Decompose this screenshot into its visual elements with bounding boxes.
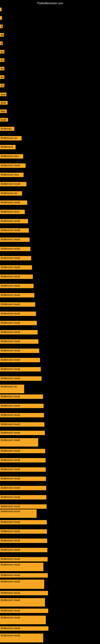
bottleneck-item: Bottleneck result bbox=[0, 616, 46, 624]
bottleneck-item bbox=[0, 16, 2, 20]
site-title: TheBottlenecker.com bbox=[37, 2, 63, 5]
bottleneck-item: Bottleneck result bbox=[0, 274, 33, 279]
bottleneck-item: Bottleneck result bbox=[0, 219, 28, 224]
bottleneck-item: Bottleneck result bbox=[0, 238, 30, 242]
bottleneck-item: Bottleneck result bbox=[0, 394, 43, 399]
bottleneck-item: Bottleneck result bbox=[0, 256, 31, 260]
bottleneck-item: Bottleneck result bbox=[0, 509, 37, 518]
bottleneck-item: Bo bbox=[0, 33, 4, 37]
bottleneck-item: Bottleneck result bbox=[0, 598, 45, 606]
bottleneck-item: Bottleneck result bbox=[0, 557, 48, 562]
bottleneck-item: Bottleneck result bbox=[0, 330, 38, 334]
bottleneck-item: Bottleneck result bbox=[0, 529, 47, 534]
bottleneck-item: Bottleneck result bbox=[0, 563, 43, 571]
bottleneck-item: Bottleneck result bbox=[0, 200, 27, 205]
bottleneck-item: Bo bbox=[0, 50, 4, 54]
bottleneck-item: Bottleneck result bbox=[0, 422, 44, 427]
bottleneck-item: Bottleneck result bbox=[0, 376, 42, 381]
bottleneck-item: Bottleneck result bbox=[0, 608, 48, 613]
bottleneck-item: Bottleneck result bbox=[0, 591, 48, 595]
bottleneck-item: Bottleneck result bbox=[0, 495, 47, 500]
bottleneck-item: Bottleneck resul bbox=[0, 210, 25, 214]
bottleneck-item: Bottleneck result bbox=[0, 626, 49, 631]
bottleneck-item bbox=[0, 8, 1, 11]
bottleneck-item: Bottleneck result bbox=[0, 458, 46, 462]
bottleneck-item: Bo bbox=[0, 75, 4, 79]
bottleneck-item: Bottleneck result bbox=[0, 634, 43, 642]
bottleneck-item: Bottleneck result bbox=[0, 404, 44, 408]
bottleneck-item: Bottleneck result bbox=[0, 467, 46, 472]
bottleneck-item: Bottleneck res bbox=[0, 191, 22, 196]
bottleneck-item: Bottleneck result bbox=[0, 358, 40, 362]
bottleneck-item: Bottleneck resu bbox=[0, 173, 24, 177]
bottleneck-item: Bo bbox=[0, 67, 4, 70]
bottleneck-item: Bottleneck result bbox=[0, 431, 45, 435]
bottleneck-item: Bottleneck result bbox=[0, 247, 30, 251]
bottleneck-item: Bottlenec bbox=[0, 127, 14, 131]
bottleneck-item: Bottleneck result bbox=[0, 438, 38, 446]
bottleneck-item: Bott bbox=[0, 110, 7, 113]
bottleneck-item: Bottleneck bbox=[0, 145, 16, 149]
bottleneck-item: Bottleneck result bbox=[0, 548, 48, 552]
bottleneck-item: Bottleneck result bbox=[0, 339, 38, 344]
bottleneck-item: Bottleneck result bbox=[0, 580, 44, 589]
bottleneck-item: Bottleneck result bbox=[0, 321, 37, 325]
bottleneck-item: Bottleneck result bbox=[0, 573, 48, 578]
bottleneck-item: B bbox=[0, 42, 3, 45]
bottleneck-item: B bbox=[0, 24, 3, 28]
bottleneck-item: Bottleneck result bbox=[0, 293, 34, 298]
bottleneck-item: Bottleneck result bbox=[0, 449, 45, 453]
bottleneck-item: Bottleneck result bbox=[0, 504, 47, 509]
bottleneck-item: Bottleneck result bbox=[0, 302, 35, 307]
bottleneck-item: Bottleneck result bbox=[0, 228, 29, 233]
bottleneck-item: Bottleneck result bbox=[0, 348, 39, 353]
bottleneck-item: Bottleneck result bbox=[0, 284, 34, 288]
bottleneck-item: Bottleneck result bbox=[0, 520, 47, 524]
bottleneck-item: Bottleneck result bbox=[0, 538, 47, 543]
bottleneck-item: Bo bbox=[0, 58, 4, 62]
bottleneck-item: Bottleneck result bbox=[0, 367, 41, 372]
bottleneck-item: Bottl bbox=[0, 118, 8, 122]
bottleneck-item: Bottleneck res bbox=[0, 384, 24, 393]
bottleneck-item: Bottleneck result bbox=[0, 312, 36, 316]
bottleneck-item: Bottleneck result bbox=[0, 265, 32, 270]
bottleneck-item: Bottl bbox=[0, 101, 8, 105]
bottleneck-item: Bottleneck result bbox=[0, 413, 44, 418]
bottleneck-item: Bottleneck result bbox=[0, 486, 46, 490]
bottleneck-item: Bottleneck res bbox=[0, 136, 22, 140]
bottleneck-item: Bottleneck result bbox=[0, 476, 46, 481]
bottleneck-item: Bottleneck resu bbox=[0, 154, 23, 158]
bottleneck-item: Bottleneck result bbox=[0, 182, 26, 186]
bottleneck-item: Bo bbox=[0, 84, 4, 87]
bottleneck-item: Bottleneck result bbox=[0, 164, 26, 168]
bottleneck-item: Bott bbox=[0, 92, 6, 96]
